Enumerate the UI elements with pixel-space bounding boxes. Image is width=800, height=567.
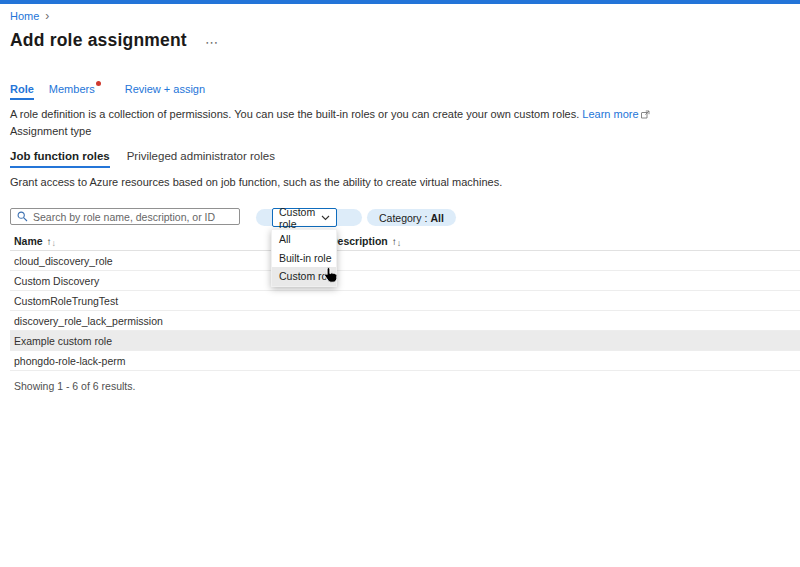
wizard-tabs: Role Members Review + assign (10, 83, 800, 100)
menu-item-all[interactable]: All (272, 230, 336, 249)
roles-table: Name↑↓ Description↑↓ cloud_discovery_rol… (10, 232, 800, 392)
category-value: All (430, 212, 443, 224)
category-filter-pill[interactable]: Category : All (367, 209, 456, 226)
tab-review-assign[interactable]: Review + assign (125, 83, 205, 100)
tab-job-function-roles[interactable]: Job function roles (10, 150, 110, 168)
role-name-cell: phongdo-role-lack-perm (14, 355, 330, 367)
table-row[interactable]: discovery_role_lack_permission (10, 311, 800, 331)
name-header-label: Name (14, 235, 43, 247)
role-search-box[interactable] (10, 208, 240, 225)
assignment-type-label: Assignment type (10, 125, 800, 137)
page-content: Home › Add role assignment ⋯ Role Member… (0, 10, 800, 392)
filter-row: Custom role Category : All All Built-in … (10, 208, 800, 228)
type-dropdown-menu: All Built-in role Custom role (271, 229, 337, 287)
learn-more-link[interactable]: Learn more (582, 108, 638, 120)
page-title: Add role assignment (10, 30, 187, 51)
title-row: Add role assignment ⋯ (10, 30, 800, 51)
role-name-cell: Example custom role (14, 335, 330, 347)
table-row[interactable]: phongdo-role-lack-perm (10, 351, 800, 371)
chevron-down-icon (321, 215, 330, 221)
role-definition-text: A role definition is a collection of per… (10, 108, 579, 120)
results-count: Showing 1 - 6 of 6 results. (10, 380, 800, 392)
menu-item-built-in-role[interactable]: Built-in role (272, 249, 336, 268)
sort-desc-icon: ↓ (397, 238, 402, 248)
menu-item-custom-role[interactable]: Custom role (272, 267, 336, 286)
breadcrumb-chevron-icon: › (45, 11, 49, 21)
breadcrumb-home-link[interactable]: Home (10, 10, 39, 22)
table-row-selected[interactable]: Example custom role (10, 331, 800, 351)
tab-privileged-administrator-roles[interactable]: Privileged administrator roles (127, 150, 275, 168)
search-icon (17, 211, 28, 222)
more-options-icon[interactable]: ⋯ (205, 35, 218, 50)
table-row[interactable]: cloud_discovery_role (10, 251, 800, 271)
type-select-value: Custom role (279, 206, 321, 230)
table-row[interactable]: CustomRoleTrungTest (10, 291, 800, 311)
portal-top-accent-bar (0, 0, 800, 4)
tab-role[interactable]: Role (10, 83, 34, 100)
grant-access-text: Grant access to Azure resources based on… (10, 176, 800, 188)
tab-members-label: Members (49, 83, 95, 95)
role-type-tabs: Job function roles Privileged administra… (10, 150, 800, 168)
category-label: Category : (379, 212, 427, 224)
column-header-description[interactable]: Description↑↓ (330, 235, 800, 247)
role-name-cell: CustomRoleTrungTest (14, 295, 330, 307)
breadcrumb: Home › (10, 10, 800, 22)
sort-desc-icon: ↓ (52, 238, 57, 248)
search-input[interactable] (33, 211, 233, 223)
table-header-row: Name↑↓ Description↑↓ (10, 232, 800, 251)
external-link-icon (641, 109, 650, 122)
intro-text: A role definition is a collection of per… (10, 108, 800, 122)
members-required-dot-icon (96, 81, 101, 86)
tab-members[interactable]: Members (49, 83, 101, 100)
sort-asc-icon: ↑ (47, 236, 52, 247)
role-name-cell: discovery_role_lack_permission (14, 315, 330, 327)
description-header-label: Description (330, 235, 388, 247)
table-row[interactable]: Custom Discovery (10, 271, 800, 291)
type-select[interactable]: Custom role (272, 208, 337, 227)
